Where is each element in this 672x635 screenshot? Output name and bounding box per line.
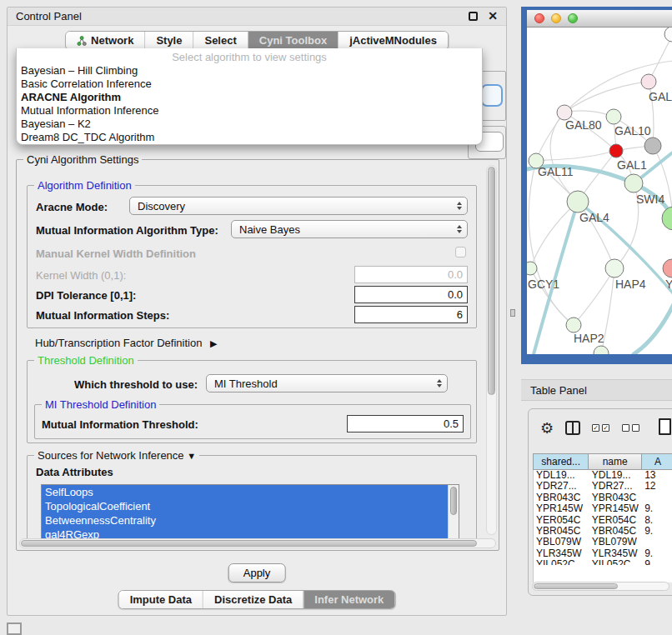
minimized-panel-grip[interactable] [7, 622, 22, 635]
window-close-icon[interactable] [534, 13, 544, 23]
column-header-name[interactable]: name [589, 453, 642, 470]
column-header-shared-name[interactable]: shared... [533, 453, 589, 470]
dropdown-item[interactable]: Bayesian – Hill Climbing [17, 64, 482, 78]
float-panel-icon[interactable] [469, 12, 478, 21]
network-node-gal4[interactable] [567, 191, 589, 212]
cell[interactable]: 8. [642, 515, 672, 526]
new-table-icon[interactable] [659, 418, 671, 435]
expand-down-icon[interactable]: ▼ [187, 451, 196, 461]
settings-horizontal-scrollbar[interactable] [19, 538, 496, 548]
network-node-gal2[interactable] [641, 74, 656, 89]
cell[interactable]: YIL052C [589, 559, 642, 565]
cell[interactable]: YIL052C [534, 559, 589, 565]
attribute-item[interactable]: BetweennessCentrality [42, 513, 459, 528]
table-row[interactable]: YDL19... YDL19... 13 [534, 470, 672, 481]
table-empty-space [533, 565, 672, 582]
cell[interactable]: 13 [642, 470, 672, 481]
table-row[interactable]: YER054C YER054C 8. [534, 515, 672, 526]
table-row[interactable]: YBR045C YBR045C 9. [534, 526, 672, 537]
network-node-green[interactable] [662, 207, 672, 230]
network-node-bottom[interactable] [594, 346, 609, 354]
select-all-columns-icon[interactable]: ✓ ✓ [592, 424, 609, 432]
network-node-gray[interactable] [644, 138, 661, 154]
network-node-hap4[interactable] [605, 259, 624, 278]
cell[interactable]: 12 [642, 481, 672, 492]
tab-network[interactable]: Network [66, 32, 144, 49]
table-row[interactable]: YIL052C YIL052C 9 [534, 559, 672, 565]
dropdown-item-selected[interactable]: ARACNE Algorithm [17, 91, 482, 104]
cell[interactable] [642, 537, 672, 548]
mi-steps-field[interactable]: 6 [354, 306, 468, 323]
network-node[interactable] [664, 28, 672, 42]
cell[interactable]: YBR045C [589, 526, 642, 537]
settings-vertical-scrollbar[interactable] [486, 165, 497, 535]
cell[interactable]: YDR27... [534, 481, 589, 492]
network-node-gal1[interactable] [609, 144, 623, 158]
network-node-hap2[interactable] [566, 318, 581, 332]
table-row[interactable]: YBL079W YBL079W [534, 537, 672, 548]
cell[interactable]: 9. [642, 548, 672, 559]
tab-style[interactable]: Style [144, 32, 193, 49]
cell[interactable]: YLR345W [589, 548, 642, 559]
column-view-icon[interactable] [565, 421, 580, 435]
sources-title: Sources for Network Inference ▼ [34, 449, 199, 462]
network-node-gal10[interactable] [606, 109, 621, 124]
tab-impute-data[interactable]: Impute Data [119, 591, 203, 608]
dropdown-item[interactable]: Bayesian – K2 [17, 118, 482, 131]
tab-cyni-toolbox[interactable]: Cyni Toolbox [248, 32, 338, 49]
network-canvas[interactable]: GAL GAL80 GAL10 GAL1 GAL11 SWI4 GAL4 GCY… [527, 28, 672, 354]
manual-kernel-checkbox[interactable] [455, 247, 466, 258]
cell[interactable]: YBR043C [534, 492, 589, 503]
network-window-titlebar[interactable] [527, 10, 672, 28]
window-zoom-icon[interactable] [568, 13, 578, 23]
cell[interactable]: YDL19... [534, 470, 589, 481]
kernel-width-field[interactable]: 0.0 [354, 266, 468, 283]
cell[interactable]: YLR345W [534, 548, 589, 559]
apply-button[interactable]: Apply [228, 563, 286, 582]
cell[interactable] [642, 492, 672, 503]
aracne-mode-select[interactable]: Discovery [129, 197, 468, 215]
cell[interactable]: YER054C [534, 515, 589, 526]
network-node-gcy1[interactable] [527, 262, 537, 275]
dropdown-item[interactable]: Basic Correlation Inference [17, 78, 482, 91]
mi-algorithm-type-select[interactable]: Naive Bayes [231, 220, 468, 238]
cell[interactable]: 9. [642, 503, 672, 514]
table-row[interactable]: YBR043C YBR043C [534, 492, 672, 503]
which-threshold-select[interactable]: MI Threshold [206, 374, 448, 392]
network-node-swi4[interactable] [624, 174, 643, 192]
window-minimize-icon[interactable] [551, 13, 561, 23]
network-node-salmon[interactable] [663, 259, 672, 278]
dpi-tolerance-field[interactable]: 0.0 [354, 286, 468, 303]
cell[interactable]: YER054C [589, 515, 642, 526]
dropdown-item[interactable]: Dream8 DC_TDC Algorithm [17, 131, 482, 144]
cell[interactable]: YPR145W [589, 503, 642, 514]
hub-transcription-expander[interactable]: Hub/Transcription Factor Definition ▶ [35, 337, 217, 349]
cell[interactable]: 9. [642, 526, 672, 537]
tab-infer-network[interactable]: Infer Network [303, 591, 394, 608]
tab-select[interactable]: Select [193, 32, 247, 49]
table-row[interactable]: YPR145W YPR145W 9. [534, 503, 672, 514]
gear-icon[interactable]: ⚙ [540, 420, 554, 437]
cell[interactable]: YBL079W [534, 537, 589, 548]
table-row[interactable]: YLR345W YLR345W 9. [534, 548, 672, 559]
cell[interactable]: YBR043C [589, 492, 642, 503]
table-horizontal-scrollbar[interactable] [532, 582, 669, 591]
attribute-item[interactable]: TopologicalCoefficient [42, 499, 459, 513]
deselect-all-columns-icon[interactable] [622, 424, 639, 432]
attribute-list-scrollbar[interactable] [448, 485, 459, 545]
cell[interactable]: YBR045C [534, 526, 589, 537]
cell[interactable]: 9 [642, 559, 672, 565]
panel-splitter-handle[interactable] [510, 309, 515, 317]
column-header-third[interactable]: A [642, 453, 672, 470]
mi-threshold-field[interactable]: 0.5 [347, 415, 464, 432]
cell[interactable]: YDR27... [589, 481, 642, 492]
table-row[interactable]: YDR27... YDR27... 12 [534, 481, 672, 492]
cell[interactable]: YDL19... [589, 470, 642, 481]
cell[interactable]: YPR145W [534, 503, 589, 514]
cell[interactable]: YBL079W [589, 537, 642, 548]
tab-jactivemnodules[interactable]: jActiveMNodules [338, 32, 448, 49]
tab-discretize-data[interactable]: Discretize Data [203, 591, 303, 608]
close-panel-icon[interactable]: ✕ [488, 12, 498, 21]
dropdown-item[interactable]: Mutual Information Inference [17, 104, 482, 118]
attribute-item[interactable]: SelfLoops [42, 485, 459, 499]
